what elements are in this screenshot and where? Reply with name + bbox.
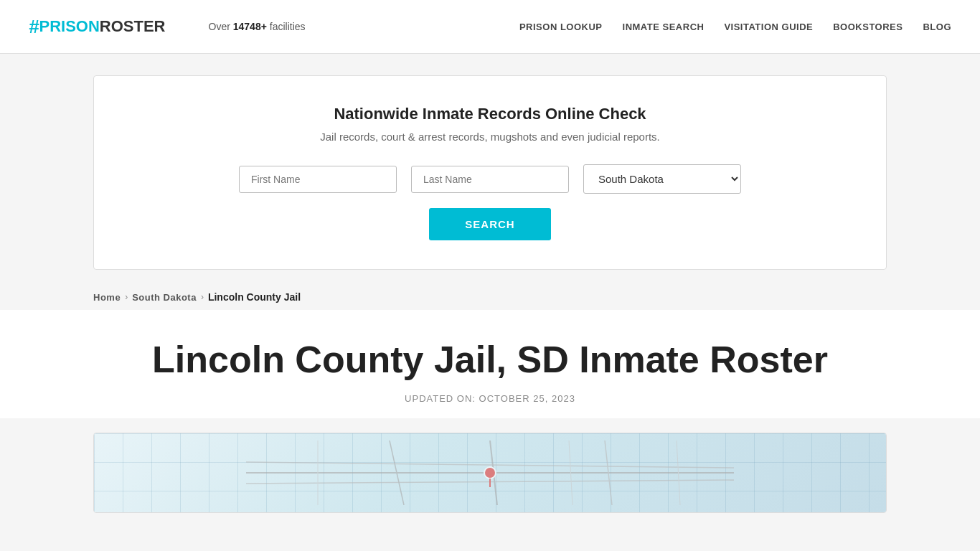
first-name-input[interactable]: [239, 166, 397, 193]
map-section: [93, 433, 887, 513]
breadcrumb: Home › South Dakota › Lincoln County Jai…: [93, 291, 887, 303]
breadcrumb-chevron-2: ›: [201, 292, 204, 302]
map-placeholder: [94, 433, 886, 512]
facilities-count-text: Over 14748+ facilities: [209, 21, 306, 32]
logo-prison-text: PRISON: [39, 17, 99, 36]
svg-point-9: [484, 467, 496, 479]
search-section: Nationwide Inmate Records Online Check J…: [93, 75, 887, 270]
nav-visitation-guide[interactable]: VISITATION GUIDE: [724, 22, 813, 32]
map-svg: [246, 441, 734, 505]
page-title-section: Lincoln County Jail, SD Inmate Roster UP…: [0, 310, 980, 418]
search-subtitle: Jail records, court & arrest records, mu…: [137, 131, 843, 143]
breadcrumb-current: Lincoln County Jail: [208, 291, 301, 303]
nav-blog[interactable]: BLOG: [923, 22, 951, 32]
search-row-2: SEARCH: [137, 208, 843, 240]
last-name-input[interactable]: [411, 166, 569, 193]
search-button[interactable]: SEARCH: [429, 208, 550, 240]
breadcrumb-chevron-1: ›: [125, 292, 128, 302]
nav-inmate-search[interactable]: INMATE SEARCH: [623, 22, 705, 32]
logo-hash-symbol: #: [29, 16, 39, 38]
updated-date: UPDATED ON: OCTOBER 25, 2023: [93, 393, 887, 404]
logo-roster-text: ROSTER: [100, 17, 166, 36]
page-main-title: Lincoln County Jail, SD Inmate Roster: [93, 339, 887, 382]
state-select[interactable]: South Dakota Alabama Alaska Arizona Arka…: [583, 164, 741, 194]
search-form: South Dakota Alabama Alaska Arizona Arka…: [137, 164, 843, 194]
breadcrumb-home[interactable]: Home: [93, 292, 121, 303]
logo-link[interactable]: # PRISON ROSTER: [29, 16, 166, 38]
nav-bookstores[interactable]: BOOKSTORES: [833, 22, 903, 32]
breadcrumb-state[interactable]: South Dakota: [132, 292, 197, 303]
main-nav: PRISON LOOKUP INMATE SEARCH VISITATION G…: [519, 22, 951, 32]
site-header: # PRISON ROSTER Over 14748+ facilities P…: [0, 0, 980, 54]
facilities-number: 14748+: [233, 21, 267, 32]
nav-prison-lookup[interactable]: PRISON LOOKUP: [519, 22, 603, 32]
search-title: Nationwide Inmate Records Online Check: [137, 105, 843, 123]
